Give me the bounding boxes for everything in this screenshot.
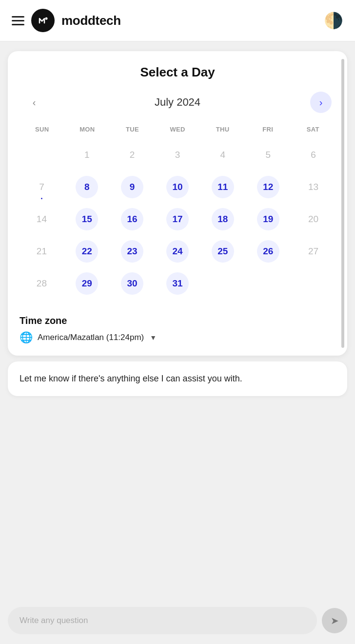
calendar-week-5: 28293031 xyxy=(20,268,335,299)
calendar-cell xyxy=(246,268,290,299)
calendar-cell: 5 xyxy=(246,140,290,170)
day-4: 4 xyxy=(212,144,234,166)
day-header-tue: TUE xyxy=(110,123,155,136)
timezone-value: America/Mazatlan (11:24pm) xyxy=(38,333,144,342)
globe-icon: 🌐 xyxy=(20,331,33,344)
selectable-day-22[interactable]: 22 xyxy=(76,240,98,263)
input-area: ➤ xyxy=(0,601,355,644)
calendar-cell: 31 xyxy=(156,268,200,299)
calendar-cell xyxy=(20,140,64,170)
day-header-sun: SUN xyxy=(20,123,65,136)
day-3: 3 xyxy=(166,144,189,166)
day-14: 14 xyxy=(30,208,53,230)
calendar-week-4: 21222324252627 xyxy=(20,236,335,266)
selectable-day-30[interactable]: 30 xyxy=(121,272,143,295)
calendar-cell: 14 xyxy=(20,204,64,234)
selectable-day-29[interactable]: 29 xyxy=(76,272,98,295)
app-header: moddtech 🌗 xyxy=(0,0,355,41)
header-left: moddtech xyxy=(12,9,121,32)
selectable-day-11[interactable]: 11 xyxy=(212,176,234,198)
day-1: 1 xyxy=(76,144,98,166)
day-20: 20 xyxy=(302,208,325,230)
selectable-day-9[interactable]: 9 xyxy=(121,176,143,198)
calendar-cell: 26 xyxy=(246,236,290,266)
day-7: 7 xyxy=(30,176,53,198)
calendar-cell: 29 xyxy=(65,268,109,299)
day-header-mon: MON xyxy=(65,123,110,136)
calendar-cell: 7 xyxy=(20,172,64,202)
empty-day xyxy=(212,272,234,295)
day-header-wed: WED xyxy=(155,123,200,136)
theme-toggle[interactable]: 🌗 xyxy=(324,11,343,30)
send-icon: ➤ xyxy=(331,615,339,626)
calendar-cell: 1 xyxy=(65,140,109,170)
day-27: 27 xyxy=(302,240,325,263)
empty-day xyxy=(257,272,279,295)
calendar-cell: 20 xyxy=(291,204,335,234)
selectable-day-26[interactable]: 26 xyxy=(257,240,279,263)
selectable-day-12[interactable]: 12 xyxy=(257,176,279,198)
selectable-day-23[interactable]: 23 xyxy=(121,240,143,263)
selectable-day-16[interactable]: 16 xyxy=(121,208,143,230)
brand-name: moddtech xyxy=(61,13,121,28)
day-5: 5 xyxy=(257,144,279,166)
calendar-week-2: 78910111213 xyxy=(20,172,335,202)
calendar-cell: 24 xyxy=(156,236,200,266)
calendar-cell: 15 xyxy=(65,204,109,234)
calendar-cell: 9 xyxy=(110,172,155,202)
send-button[interactable]: ➤ xyxy=(322,608,347,633)
selectable-day-10[interactable]: 10 xyxy=(166,176,189,198)
selectable-day-18[interactable]: 18 xyxy=(212,208,234,230)
calendar-cell: 2 xyxy=(110,140,155,170)
calendar-cell: 25 xyxy=(200,236,245,266)
calendar-grid: SUN MON TUE WED THU FRI SAT 123456789101… xyxy=(20,123,335,299)
timezone-label: Time zone xyxy=(20,315,335,326)
timezone-section: Time zone 🌐 America/Mazatlan (11:24pm) ▼ xyxy=(20,307,335,344)
day-header-sat: SAT xyxy=(290,123,335,136)
calendar-cell: 21 xyxy=(20,236,64,266)
day-2: 2 xyxy=(121,144,143,166)
selectable-day-8[interactable]: 8 xyxy=(76,176,98,198)
calendar-title: Select a Day xyxy=(20,65,335,80)
prev-month-button[interactable]: ‹ xyxy=(23,92,45,113)
selectable-day-31[interactable]: 31 xyxy=(166,272,189,295)
calendar-cell: 18 xyxy=(200,204,245,234)
calendar-card: Select a Day ‹ July 2024 › SUN MON TUE W… xyxy=(8,51,347,356)
day-6: 6 xyxy=(302,144,325,166)
logo xyxy=(31,9,55,32)
selectable-day-24[interactable]: 24 xyxy=(166,240,189,263)
calendar-cell: 27 xyxy=(291,236,335,266)
day-28: 28 xyxy=(30,272,53,295)
empty-day xyxy=(302,272,325,295)
logo-icon xyxy=(36,14,50,27)
day-13: 13 xyxy=(302,176,325,198)
assistant-message: Let me know if there's anything else I c… xyxy=(8,361,347,396)
selectable-day-25[interactable]: 25 xyxy=(212,240,234,263)
calendar-cell: 4 xyxy=(200,140,245,170)
selectable-day-15[interactable]: 15 xyxy=(76,208,98,230)
next-month-button[interactable]: › xyxy=(310,92,332,113)
calendar-cell: 8 xyxy=(65,172,109,202)
calendar-cell: 28 xyxy=(20,268,64,299)
selectable-day-19[interactable]: 19 xyxy=(257,208,279,230)
day-header-thu: THU xyxy=(200,123,245,136)
calendar-week-1: 123456 xyxy=(20,140,335,170)
calendar-cell: 3 xyxy=(156,140,200,170)
calendar-cell: 17 xyxy=(156,204,200,234)
message-input[interactable] xyxy=(8,607,317,634)
calendar-cell xyxy=(200,268,245,299)
calendar-month-label: July 2024 xyxy=(155,96,200,109)
calendar-cell: 22 xyxy=(65,236,109,266)
calendar-week-3: 14151617181920 xyxy=(20,204,335,234)
svg-point-1 xyxy=(45,18,48,20)
calendar-cell: 13 xyxy=(291,172,335,202)
menu-button[interactable] xyxy=(12,16,24,25)
timezone-selector[interactable]: 🌐 America/Mazatlan (11:24pm) ▼ xyxy=(20,331,335,344)
empty-day xyxy=(30,144,53,166)
selectable-day-17[interactable]: 17 xyxy=(166,208,189,230)
day-header-fri: FRI xyxy=(245,123,291,136)
calendar-cell: 11 xyxy=(200,172,245,202)
calendar-cell xyxy=(291,268,335,299)
calendar-cell: 12 xyxy=(246,172,290,202)
calendar-cell: 19 xyxy=(246,204,290,234)
